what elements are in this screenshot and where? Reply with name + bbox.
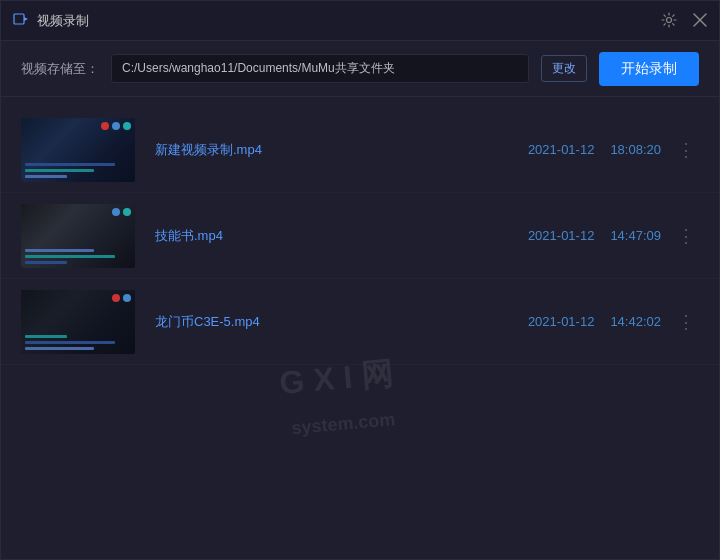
file-info: 新建视频录制.mp4: [135, 140, 528, 159]
file-list: 新建视频录制.mp4 2021-01-12 18:08:20 ⋮: [1, 97, 719, 559]
file-date: 2021-01-12: [528, 314, 595, 329]
file-time: 14:47:09: [610, 228, 661, 243]
window-title: 视频录制: [37, 12, 89, 30]
file-date: 2021-01-12: [528, 228, 595, 243]
file-meta: 2021-01-12 18:08:20: [528, 142, 661, 157]
close-icon[interactable]: [693, 13, 707, 29]
thumbnail: [21, 290, 135, 354]
file-info: 龙门币C3E-5.mp4: [135, 312, 528, 331]
file-info: 技能书.mp4: [135, 226, 528, 245]
change-path-button[interactable]: 更改: [541, 55, 587, 82]
list-item: 龙门币C3E-5.mp4 2021-01-12 14:42:02 ⋮: [1, 279, 719, 365]
start-recording-button[interactable]: 开始录制: [599, 52, 699, 86]
file-meta: 2021-01-12 14:42:02: [528, 314, 661, 329]
svg-point-2: [667, 17, 672, 22]
file-menu-icon[interactable]: ⋮: [673, 311, 699, 333]
file-time: 14:42:02: [610, 314, 661, 329]
watermark: G X I 网system.com: [278, 352, 398, 443]
main-window: 视频录制 视频存储至： C:/Users/wanghao11/Documents…: [0, 0, 720, 560]
window-controls: [661, 12, 707, 30]
svg-marker-1: [24, 17, 28, 21]
thumbnail: [21, 118, 135, 182]
list-item: 新建视频录制.mp4 2021-01-12 18:08:20 ⋮: [1, 107, 719, 193]
settings-icon[interactable]: [661, 12, 677, 30]
file-name[interactable]: 新建视频录制.mp4: [155, 142, 262, 157]
file-name[interactable]: 技能书.mp4: [155, 228, 223, 243]
file-time: 18:08:20: [610, 142, 661, 157]
thumbnail: [21, 204, 135, 268]
pathbar-label: 视频存储至：: [21, 60, 99, 78]
list-item: 技能书.mp4 2021-01-12 14:47:09 ⋮: [1, 193, 719, 279]
file-name[interactable]: 龙门币C3E-5.mp4: [155, 314, 260, 329]
pathbar: 视频存储至： C:/Users/wanghao11/Documents/MuMu…: [1, 41, 719, 97]
file-menu-icon[interactable]: ⋮: [673, 139, 699, 161]
svg-rect-0: [14, 14, 24, 24]
file-meta: 2021-01-12 14:47:09: [528, 228, 661, 243]
file-menu-icon[interactable]: ⋮: [673, 225, 699, 247]
path-display: C:/Users/wanghao11/Documents/MuMu共享文件夹: [111, 54, 529, 83]
file-date: 2021-01-12: [528, 142, 595, 157]
titlebar: 视频录制: [1, 1, 719, 41]
app-icon: [13, 11, 29, 31]
